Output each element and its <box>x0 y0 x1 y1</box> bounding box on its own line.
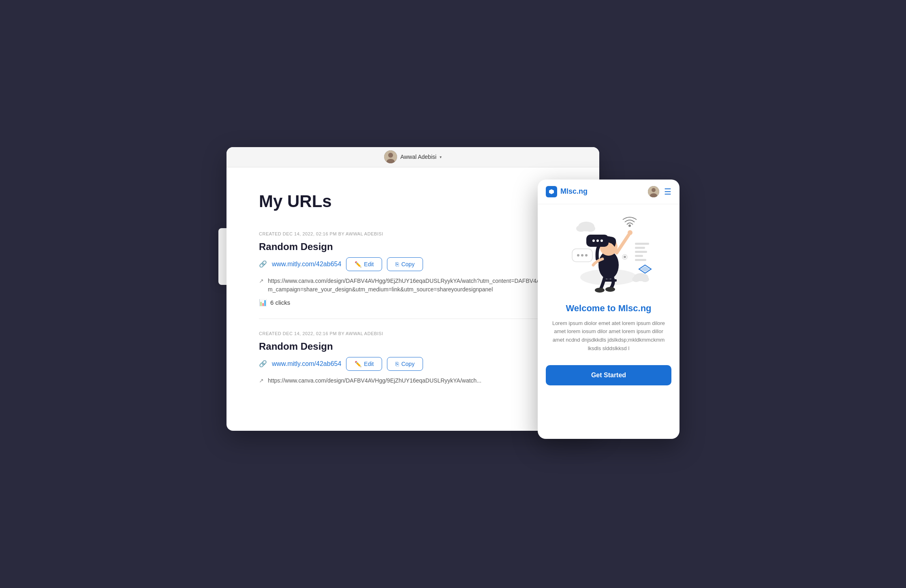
svg-point-19 <box>600 239 603 242</box>
url-action-row-2: 🔗 www.mitly.com/42ab654 ✏️ Edit ⎘ Copy <box>259 357 567 371</box>
external-link-icon-1: ↗ <box>259 278 264 284</box>
svg-point-17 <box>592 239 595 242</box>
brand-name-label: Mlsc.ng <box>560 187 588 196</box>
svg-point-14 <box>581 254 583 257</box>
svg-point-10 <box>595 288 605 293</box>
welcome-illustration <box>564 212 653 293</box>
sidebar-header: Mlsc.ng ☰ <box>538 180 680 204</box>
svg-point-28 <box>585 225 595 232</box>
svg-rect-24 <box>635 259 646 261</box>
edit-icon-1: ✏️ <box>355 261 361 267</box>
link-icon-1: 🔗 <box>259 260 267 268</box>
url-created-label-1: CREATED DEC 14, 2022, 02:16 PM BY AWWAL … <box>259 231 567 236</box>
copy-icon-1: ⎘ <box>395 261 399 267</box>
chevron-down-icon: ▾ <box>440 155 442 159</box>
external-link-icon-2: ↗ <box>259 377 264 384</box>
page-title: My URLs <box>259 192 567 211</box>
svg-point-30 <box>632 276 640 282</box>
svg-point-11 <box>605 287 615 292</box>
hamburger-icon[interactable]: ☰ <box>664 187 671 197</box>
user-profile-button[interactable]: Awwal Adebisi ▾ <box>384 150 442 163</box>
svg-rect-21 <box>635 247 645 249</box>
url-action-row-1: 🔗 www.mitly.com/42ab654 ✏️ Edit ⎘ Copy <box>259 257 567 271</box>
chart-icon-1: 📊 <box>259 299 267 306</box>
welcome-title: Welcome to Mlsc.ng <box>566 303 651 314</box>
short-url-1[interactable]: www.mitly.com/42ab654 <box>272 261 341 268</box>
svg-rect-23 <box>635 255 643 257</box>
edit-icon-2: ✏️ <box>355 361 361 367</box>
link-icon-2: 🔗 <box>259 360 267 368</box>
get-started-button[interactable]: Get Started <box>546 365 671 385</box>
url-title-2: Random Design <box>259 341 567 352</box>
sidebar-avatar <box>648 186 659 197</box>
svg-point-13 <box>577 254 579 257</box>
sidebar-content: Welcome to Mlsc.ng Lorem ipsum diolor em… <box>538 204 680 439</box>
long-url-row-1: ↗ https://www.canva.com/design/DAFBV4AVH… <box>259 277 567 294</box>
long-url-row-2: ↗ https://www.canva.com/design/DAFBV4AVH… <box>259 376 567 385</box>
browser-header: Awwal Adebisi ▾ <box>226 147 599 167</box>
svg-point-15 <box>585 254 588 257</box>
long-url-text-2: https://www.canva.com/design/DAFBV4AVHgg… <box>268 376 481 385</box>
edit-button-2[interactable]: ✏️ Edit <box>346 357 382 371</box>
svg-rect-20 <box>635 243 649 245</box>
user-name-label: Awwal Adebisi <box>400 154 436 160</box>
svg-point-1 <box>388 153 393 158</box>
short-url-2[interactable]: www.mitly.com/42ab654 <box>272 360 341 368</box>
svg-point-35 <box>624 256 626 258</box>
svg-point-25 <box>628 225 631 227</box>
svg-rect-36 <box>603 279 617 282</box>
svg-point-18 <box>596 239 599 242</box>
copy-button-2[interactable]: ⎘ Copy <box>387 357 423 371</box>
url-entry-2: CREATED DEC 14, 2022, 02:16 PM BY AWWAL … <box>259 331 567 385</box>
long-url-text-1: https://www.canva.com/design/DAFBV4AVHgg… <box>268 277 567 294</box>
sidebar-panel: Mlsc.ng ☰ <box>538 180 680 439</box>
clicks-row-1: 📊 6 clicks <box>259 299 567 306</box>
svg-point-4 <box>652 188 656 192</box>
avatar <box>384 150 397 163</box>
svg-point-9 <box>628 230 632 235</box>
sidebar-header-actions: ☰ <box>648 186 671 197</box>
url-created-label-2: CREATED DEC 14, 2022, 02:16 PM BY AWWAL … <box>259 331 567 336</box>
edit-button-1[interactable]: ✏️ Edit <box>346 257 382 271</box>
url-divider-1 <box>259 319 567 319</box>
url-title-1: Random Design <box>259 241 567 252</box>
welcome-description: Lorem ipsum diolor emet atet lorem ipsum… <box>546 319 671 353</box>
copy-icon-2: ⎘ <box>395 361 399 367</box>
url-entry-1: CREATED DEC 14, 2022, 02:16 PM BY AWWAL … <box>259 231 567 306</box>
svg-rect-22 <box>635 251 647 253</box>
sidebar-brand: Mlsc.ng <box>546 186 588 197</box>
copy-button-1[interactable]: ⎘ Copy <box>387 257 423 271</box>
brand-logo-icon <box>546 186 557 197</box>
clicks-count-1: 6 clicks <box>270 299 290 306</box>
svg-point-27 <box>576 225 586 232</box>
svg-point-31 <box>641 276 649 282</box>
